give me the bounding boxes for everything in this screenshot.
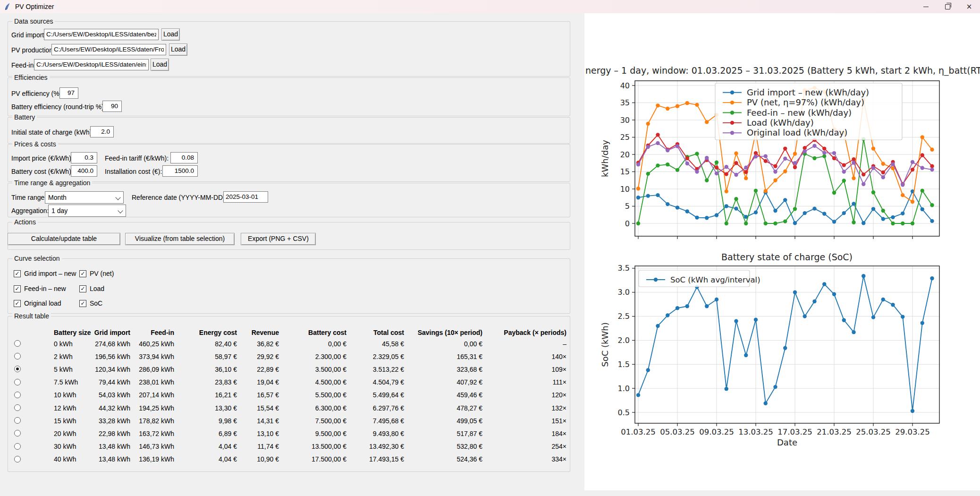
cell-savings: 165,31 €: [457, 353, 483, 360]
x-tick-label: 21.03.25: [817, 428, 851, 436]
table-row-40-kWh[interactable]: 40 kWh13,48 kWh136,19 kWh4,04 €10,90 €17…: [9, 453, 566, 466]
checkbox-icon: ✓: [14, 300, 21, 307]
curve-checkbox-feed-in-new[interactable]: ✓Feed-in – new: [14, 285, 66, 292]
soc-chart: 01.03.2505.03.2509.03.2513.03.2517.03.25…: [600, 252, 939, 447]
cell-grid_import: 22,98 kWh: [99, 430, 130, 437]
battery-cost-input[interactable]: [71, 165, 97, 177]
curve-checkbox-soc[interactable]: ✓SoC: [79, 299, 102, 307]
table-row-0-kWh[interactable]: 0 kWh274,68 kWh460,25 kWh82,40 €36,82 €0…: [9, 337, 566, 350]
feedin-tariff-label: Feed-in tariff (€/kWh):: [105, 154, 169, 162]
aggregation-select[interactable]: 1 day: [48, 205, 126, 217]
radio-icon[interactable]: [14, 340, 21, 347]
cell-grid_import: 33,28 kWh: [99, 417, 130, 425]
calculate-update-table-button[interactable]: Calculate/update table: [8, 233, 120, 245]
minimize-button[interactable]: [915, 0, 937, 13]
table-row-12-kWh[interactable]: 12 kWh44,32 kWh194,25 kWh13,30 €15,54 €6…: [9, 402, 566, 414]
chevron-down-icon: [118, 208, 123, 213]
cell-battery_cost: 13.500,00 €: [312, 443, 346, 450]
table-row-15-kWh[interactable]: 15 kWh33,28 kWh178,82 kWh9,98 €14,31 €7.…: [9, 414, 566, 427]
column-header: Battery cost: [308, 329, 346, 336]
feed-in-load-button[interactable]: Load: [151, 59, 169, 71]
curve-checkbox-load[interactable]: ✓Load: [79, 285, 104, 292]
cell-revenue: 15,54 €: [257, 404, 279, 412]
table-row-2-kWh[interactable]: 2 kWh196,56 kWh373,94 kWh58,97 €29,92 €2…: [9, 350, 566, 363]
table-row-5-kWh[interactable]: 5 kWh120,34 kWh286,09 kWh36,10 €22,89 €3…: [9, 363, 566, 376]
y-tick-label: 0.5: [618, 408, 630, 417]
reference-date-label: Reference date (YYYY-MM-DD):: [132, 194, 227, 201]
y-axis-label: SoC (kWh): [600, 322, 610, 367]
cell-battery_cost: 3.500,00 €: [315, 366, 346, 373]
close-button[interactable]: ×: [958, 0, 980, 13]
pv-production-load-button[interactable]: Load: [169, 43, 187, 56]
checkbox-icon: ✓: [79, 285, 86, 292]
checkbox-label: PV (net): [90, 270, 114, 277]
group-label: Prices & costs: [12, 140, 58, 148]
curve-checkbox-original-load[interactable]: ✓Original load: [14, 299, 61, 307]
cell-feed_in: 178,82 kWh: [139, 417, 174, 425]
radio-icon[interactable]: [14, 404, 21, 411]
radio-selected-icon[interactable]: [14, 366, 21, 372]
table-row-10-kWh[interactable]: 10 kWh54,03 kWh207,14 kWh16,21 €16,57 €5…: [9, 389, 566, 402]
export-button[interactable]: Export (PNG + CSV): [241, 233, 316, 245]
radio-icon[interactable]: [14, 430, 21, 436]
cell-feed_in: 194,25 kWh: [139, 404, 174, 412]
cell-payback: 132×: [551, 404, 566, 412]
cell-revenue: 22,89 €: [257, 366, 279, 373]
group-label: Efficiencies: [12, 74, 50, 81]
cell-battery_size: 40 kWh: [54, 455, 76, 463]
radio-icon[interactable]: [14, 392, 21, 398]
legend-label: SoC (kWh avg/interval): [670, 275, 760, 284]
checkbox-label: Feed-in – new: [24, 285, 66, 292]
legend-label: Feed-in – new (kWh/day): [747, 108, 852, 118]
cell-total_cost: 45,58 €: [382, 340, 404, 348]
cell-total_cost: 3.513,22 €: [373, 366, 404, 373]
cell-battery_cost: 6.300,00 €: [315, 404, 346, 412]
cell-savings: 459,46 €: [457, 391, 483, 399]
column-header: Total cost: [373, 329, 404, 336]
y-tick-label: 3.0: [618, 288, 630, 297]
pv-production-path-input[interactable]: [51, 44, 166, 55]
radio-icon[interactable]: [14, 379, 21, 385]
radio-icon[interactable]: [14, 456, 21, 462]
cell-total_cost: 7.495,68 €: [373, 417, 404, 425]
curve-checkbox-pv-net-[interactable]: ✓PV (net): [79, 270, 114, 277]
installation-cost-input[interactable]: [162, 165, 198, 177]
feed-in-path-input[interactable]: [34, 59, 149, 70]
visualize-button[interactable]: Visualize (from table selection): [125, 233, 235, 245]
y-axis-label: kWh/day: [600, 140, 610, 177]
cell-battery_size: 12 kWh: [54, 404, 76, 412]
radio-icon[interactable]: [14, 353, 21, 359]
time-range-select[interactable]: Month: [45, 191, 124, 204]
radio-icon[interactable]: [14, 443, 21, 450]
grid-import-load-button[interactable]: Load: [161, 28, 180, 41]
cell-feed_in: 146,73 kWh: [139, 443, 174, 450]
checkbox-label: Grid import – new: [24, 270, 76, 277]
grid-import-path-input[interactable]: [44, 29, 159, 40]
figure-canvas: 0510152025303540nergy – 1 day, window: 0…: [584, 13, 980, 490]
table-row-7.5-kWh[interactable]: 7.5 kWh79,44 kWh238,01 kWh23,83 €19,04 €…: [9, 376, 566, 389]
cell-grid_import: 44,32 kWh: [99, 404, 130, 412]
battery-efficiency-input[interactable]: [102, 101, 122, 112]
cell-feed_in: 238,01 kWh: [139, 378, 174, 386]
feedin-tariff-input[interactable]: [170, 152, 198, 163]
cell-payback: 254×: [551, 443, 566, 450]
import-price-input[interactable]: [71, 152, 97, 163]
restore-button[interactable]: [937, 0, 958, 13]
installation-cost-label: Installation cost (€):: [105, 168, 162, 175]
reference-date-input[interactable]: [223, 191, 268, 203]
y-tick-label: 10: [620, 185, 630, 194]
cell-total_cost: 17.493,15 €: [369, 455, 404, 463]
table-row-20-kWh[interactable]: 20 kWh22,98 kWh163,72 kWh6,89 €13,10 €9.…: [9, 427, 566, 440]
cell-battery_size: 30 kWh: [54, 443, 76, 450]
cell-payback: –: [563, 340, 566, 348]
curve-checkbox-grid-import-new[interactable]: ✓Grid import – new: [14, 270, 76, 277]
cell-total_cost: 2.329,05 €: [373, 353, 404, 360]
pv-efficiency-input[interactable]: [59, 87, 78, 99]
cell-savings: 407,92 €: [457, 378, 483, 386]
radio-icon[interactable]: [14, 417, 21, 424]
cell-battery_size: 5 kWh: [54, 366, 73, 373]
feed-in-label: Feed-in:: [11, 61, 35, 69]
initial-soc-input[interactable]: [90, 126, 114, 137]
table-row-30-kWh[interactable]: 30 kWh13,48 kWh146,73 kWh4,04 €11,74 €13…: [9, 440, 566, 453]
cell-battery_cost: 0,00 €: [328, 340, 346, 348]
